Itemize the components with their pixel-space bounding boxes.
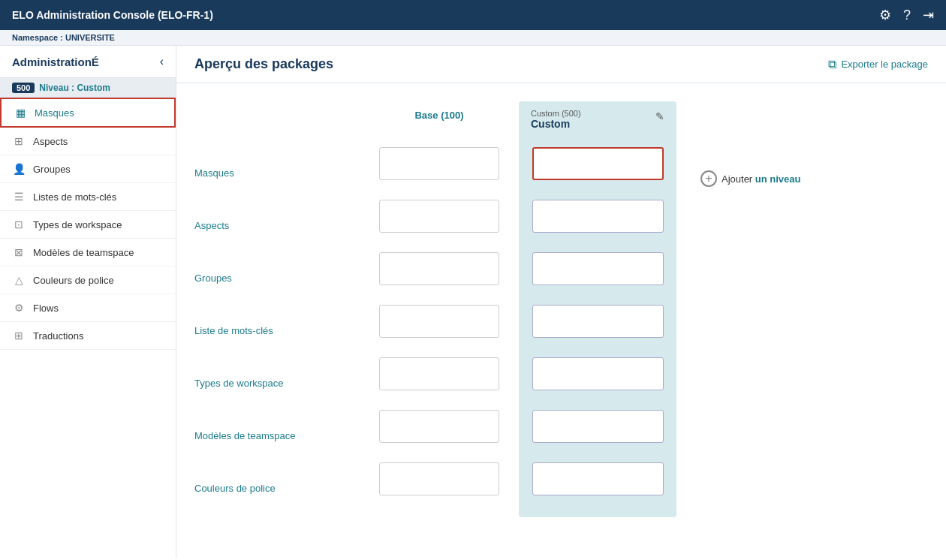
export-icon: ⧉ [828, 58, 836, 71]
sidebar-item-couleurs-police[interactable]: △ Couleurs de police [0, 266, 176, 294]
add-level-highlight: un niveau [755, 173, 801, 185]
custom-column-info: Custom (500) Custom [531, 109, 581, 130]
flows-icon: ⚙ [12, 302, 26, 314]
base-box-aspects [379, 200, 499, 233]
sidebar-header: AdministrationÉ ‹ [0, 46, 176, 78]
aspects-icon: ⊞ [12, 135, 26, 147]
sidebar-item-masques[interactable]: ▦ Masques [0, 98, 176, 128]
export-label: Exporter le package [841, 59, 928, 70]
sidebar-nav: ▦ Masques ⊞ Aspects 👤 Groupes ☰ Listes d… [0, 98, 176, 558]
row-label-types-workspace: Types de workspace [194, 357, 360, 409]
base-cell-masques [372, 137, 507, 190]
base-column: Base (100) [372, 101, 507, 505]
main-panel: Aperçu des packages ⧉ Exporter le packag… [176, 46, 946, 558]
base-box-types-workspace [379, 357, 499, 390]
top-bar: ELO Administration Console (ELO-FR-1) ⚙ … [0, 0, 946, 30]
logout-icon[interactable]: ⇥ [923, 7, 934, 23]
listes-icon: ☰ [12, 191, 26, 203]
namespace-bar: Namespace : UNIVERSITE [0, 30, 946, 46]
base-cell-aspects [372, 190, 507, 242]
custom-cell-aspects [531, 190, 664, 242]
sidebar-title: AdministrationÉ [12, 56, 99, 68]
custom-box-aspects[interactable] [532, 200, 664, 233]
base-cell-types-workspace [372, 348, 507, 400]
custom-box-couleurs-police[interactable] [532, 462, 664, 495]
traductions-icon: ⊞ [12, 330, 26, 342]
base-box-masques [379, 147, 499, 180]
sidebar: AdministrationÉ ‹ 500 Niveau : Custom ▦ … [0, 46, 176, 558]
custom-cell-couleurs-police [531, 453, 664, 505]
sidebar-item-aspects[interactable]: ⊞ Aspects [0, 128, 176, 155]
sidebar-item-label-aspects: Aspects [33, 136, 68, 147]
sidebar-item-listes-mots-cles[interactable]: ☰ Listes de mots-clés [0, 183, 176, 211]
sidebar-toggle[interactable]: ‹ [160, 55, 164, 68]
sidebar-item-types-workspace[interactable]: ⊡ Types de workspace [0, 211, 176, 239]
sidebar-item-traductions[interactable]: ⊞ Traductions [0, 322, 176, 350]
page-title: Aperçu des packages [194, 56, 333, 72]
level-badge: 500 [12, 83, 35, 93]
add-level-button[interactable]: + Ajouter un niveau [700, 170, 801, 187]
row-label-liste-mots-cles: Liste de mots-clés [194, 304, 360, 357]
custom-column-header: Custom (500) Custom ✎ [531, 101, 664, 137]
custom-box-groupes[interactable] [532, 252, 664, 285]
sidebar-item-label-flows: Flows [33, 303, 59, 314]
base-box-liste-mots-cles [379, 305, 499, 338]
sidebar-item-label-couleurs-police: Couleurs de police [33, 275, 114, 286]
custom-box-liste-mots-cles[interactable] [532, 305, 664, 338]
namespace-label: Namespace : [12, 33, 63, 42]
masques-icon: ▦ [14, 107, 27, 119]
custom-cell-liste-mots-cles [531, 295, 664, 348]
add-level-column: + Ajouter un niveau [688, 101, 809, 187]
base-cell-liste-mots-cles [372, 295, 507, 348]
row-label-couleurs-police: Couleurs de police [194, 462, 360, 514]
custom-box-masques-highlighted[interactable] [532, 147, 664, 180]
top-bar-icons: ⚙ ? ⇥ [879, 7, 934, 23]
custom-cell-modeles-teamspace [531, 400, 664, 453]
base-box-groupes [379, 252, 499, 285]
row-label-masques: Masques [194, 146, 360, 199]
groupes-icon: 👤 [12, 163, 26, 175]
custom-cell-masques [531, 137, 664, 190]
main-header: Aperçu des packages ⧉ Exporter le packag… [176, 46, 946, 83]
couleurs-police-icon: △ [12, 274, 26, 286]
help-icon[interactable]: ? [903, 8, 911, 23]
export-package-button[interactable]: ⧉ Exporter le package [828, 58, 928, 71]
base-cell-groupes [372, 242, 507, 295]
custom-level-label: Custom (500) [531, 109, 581, 118]
base-column-label: Base (100) [414, 110, 463, 121]
app-title: ELO Administration Console (ELO-FR-1) [12, 9, 213, 21]
base-cell-modeles-teamspace [372, 400, 507, 453]
content-area: Masques Aspects Groupes Liste de mots-cl… [176, 83, 946, 558]
level-bar: 500 Niveau : Custom [0, 78, 176, 98]
level-label: Niveau : Custom [39, 83, 110, 93]
row-label-groupes: Groupes [194, 251, 360, 304]
namespace-value: UNIVERSITE [65, 33, 115, 42]
sidebar-item-label-traductions: Traductions [33, 330, 83, 342]
custom-column: Custom (500) Custom ✎ [519, 101, 676, 517]
settings-icon[interactable]: ⚙ [879, 7, 891, 23]
sidebar-item-flows[interactable]: ⚙ Flows [0, 294, 176, 322]
sidebar-item-modeles-teamspace[interactable]: ⊠ Modèles de teamspace [0, 239, 176, 266]
custom-cell-types-workspace [531, 348, 664, 400]
row-label-aspects: Aspects [194, 199, 360, 251]
main-layout: AdministrationÉ ‹ 500 Niveau : Custom ▦ … [0, 46, 946, 558]
custom-box-types-workspace[interactable] [532, 357, 664, 390]
row-labels-column: Masques Aspects Groupes Liste de mots-cl… [194, 101, 360, 514]
custom-cell-groupes [531, 242, 664, 295]
base-box-modeles-teamspace [379, 410, 499, 443]
add-circle-icon: + [700, 170, 717, 187]
edit-custom-column-icon[interactable]: ✎ [655, 110, 664, 122]
base-cell-couleurs-police [372, 453, 507, 505]
base-box-couleurs-police [379, 462, 499, 495]
sidebar-item-label-modeles-teamspace: Modèles de teamspace [33, 247, 134, 258]
custom-column-name: Custom [531, 118, 581, 130]
sidebar-item-groupes[interactable]: 👤 Groupes [0, 155, 176, 183]
sidebar-item-label-masques: Masques [35, 107, 74, 119]
sidebar-item-label-listes: Listes de mots-clés [33, 191, 116, 203]
row-label-modeles-teamspace: Modèles de teamspace [194, 409, 360, 462]
base-column-header: Base (100) [372, 101, 507, 137]
add-level-text: Ajouter un niveau [722, 173, 801, 185]
types-workspace-icon: ⊡ [12, 218, 26, 230]
modeles-teamspace-icon: ⊠ [12, 246, 26, 258]
custom-box-modeles-teamspace[interactable] [532, 410, 664, 443]
